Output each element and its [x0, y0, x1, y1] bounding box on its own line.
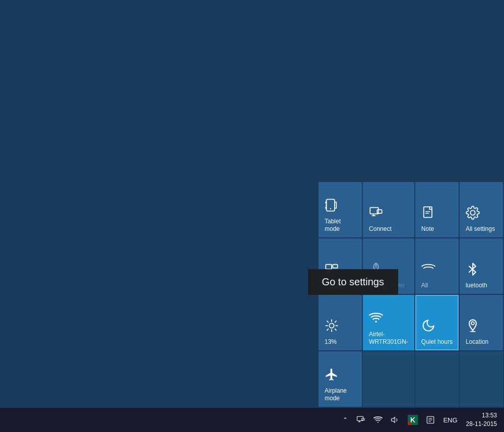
location-icon — [466, 319, 480, 335]
tile-project[interactable]: Project — [319, 238, 362, 294]
tile-wifi-partial-label: All — [421, 282, 428, 289]
bluetooth-icon — [466, 262, 480, 279]
tile-battery-saver[interactable]: Battery saver — [363, 238, 414, 294]
svg-point-13 — [375, 266, 377, 268]
tile-connect-label: Connect — [369, 225, 392, 232]
tile-connect[interactable]: Connect — [363, 182, 414, 237]
taskbar-time: 13:53 — [466, 411, 497, 420]
tile-bluetooth-label: luetooth — [466, 282, 487, 289]
wifi-icon — [369, 311, 383, 328]
taskbar-language[interactable]: ENG — [440, 414, 460, 426]
airplane-mode-icon — [325, 367, 339, 384]
svg-line-21 — [335, 321, 336, 322]
svg-text:K: K — [410, 416, 415, 424]
svg-line-22 — [327, 329, 328, 330]
tile-note[interactable]: Note — [415, 182, 459, 237]
battery-saver-icon — [369, 262, 383, 279]
tile-all-settings-label: All settings — [466, 225, 495, 232]
tile-empty-3 — [460, 351, 503, 407]
tile-wifi-label: Airtel- WRTR301GN- — [369, 331, 408, 345]
all-settings-icon — [466, 206, 480, 222]
taskbar-kaspersky-icon[interactable]: K — [405, 413, 420, 427]
svg-line-20 — [335, 329, 336, 330]
project-icon — [325, 262, 339, 279]
taskbar-action-center-icon[interactable] — [423, 413, 437, 426]
tablet-mode-icon — [325, 198, 339, 215]
tile-brightness-label: 13% — [325, 338, 337, 345]
wifi-partial-icon — [421, 262, 435, 279]
svg-marker-32 — [392, 417, 395, 423]
note-icon — [421, 206, 435, 222]
tiles-grid: Tablet mode Connect Note All settings — [318, 181, 504, 408]
tile-quiet-hours-label: Quiet hours — [421, 338, 453, 345]
tile-battery-saver-label: Battery saver — [369, 282, 405, 289]
svg-point-31 — [377, 421, 379, 422]
tile-bluetooth[interactable]: luetooth — [460, 238, 503, 294]
tile-location[interactable]: Location — [460, 295, 503, 350]
taskbar-chevron[interactable]: ⌃ — [340, 414, 351, 425]
tile-tablet-mode-label: Tablet mode — [325, 218, 356, 232]
svg-rect-10 — [333, 264, 337, 268]
tile-wifi[interactable]: Airtel- WRTR301GN- — [363, 295, 414, 350]
quiet-hours-icon — [421, 319, 435, 335]
brightness-icon — [325, 319, 339, 335]
tile-airplane-mode-label: Airplane mode — [325, 387, 356, 402]
taskbar-wifi-icon[interactable] — [371, 413, 385, 426]
taskbar-datetime[interactable]: 13:53 28-11-2015 — [463, 409, 500, 430]
tile-note-label: Note — [421, 225, 434, 232]
action-center: Tablet mode Connect Note All settings — [318, 181, 504, 408]
taskbar-date: 28-11-2015 — [466, 420, 497, 428]
taskbar-volume-icon[interactable] — [388, 413, 402, 426]
svg-point-24 — [471, 322, 474, 325]
svg-rect-9 — [326, 264, 332, 269]
tile-tablet-mode[interactable]: Tablet mode — [319, 182, 362, 237]
tile-airplane-mode[interactable]: Airplane mode — [319, 351, 362, 407]
taskbar-monitor-icon[interactable] — [354, 413, 368, 426]
svg-rect-3 — [377, 210, 382, 213]
tile-empty-1 — [363, 351, 414, 407]
svg-line-19 — [327, 321, 328, 322]
tile-brightness[interactable]: 13% — [319, 295, 362, 350]
svg-point-23 — [375, 321, 377, 323]
tile-location-label: Location — [466, 338, 488, 345]
tile-empty-2 — [415, 351, 459, 407]
tile-all-settings[interactable]: All settings — [460, 182, 503, 237]
svg-point-14 — [329, 323, 334, 328]
tile-wifi-partial[interactable]: All — [415, 238, 459, 294]
taskbar: ⌃ K ENG 13:53 28-11-2015 — [0, 408, 504, 432]
connect-icon — [369, 206, 383, 222]
tile-quiet-hours[interactable]: Quiet hours — [415, 295, 459, 350]
tile-project-label: Project — [325, 282, 343, 289]
svg-rect-6 — [424, 207, 432, 217]
